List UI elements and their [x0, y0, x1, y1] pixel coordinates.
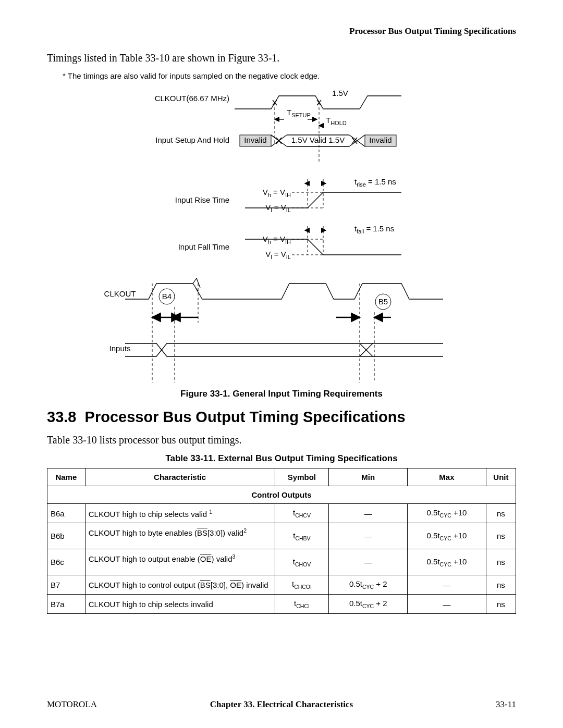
table-header-row: Name Characteristic Symbol Min Max Unit — [47, 468, 516, 486]
cell-max: — — [408, 595, 486, 614]
fall-label: Input Fall Time — [178, 242, 229, 251]
svg-text:trise = 1.5 ns: trise = 1.5 ns — [354, 177, 396, 188]
cell-name: B6a — [47, 504, 85, 523]
running-header: Processor Bus Output Timing Specificatio… — [47, 26, 516, 36]
cell-name: B7 — [47, 575, 85, 595]
inputs-label: Inputs — [109, 344, 131, 353]
invalid-right: Invalid — [369, 135, 391, 144]
svg-text:tfall = 1.5 ns: tfall = 1.5 ns — [354, 224, 394, 235]
cell-name: B6c — [47, 549, 85, 575]
table-section-row: Control Outputs — [47, 486, 516, 504]
b5-label: B5 — [378, 297, 388, 306]
cell-unit: ns — [486, 523, 516, 549]
cell-unit: ns — [486, 549, 516, 575]
svg-text:CLKOUT: CLKOUT — [104, 289, 136, 298]
section-intro: Table 33-10 lists processor bus output t… — [47, 434, 516, 446]
footer-center: Chapter 33. Electrical Characteristics — [47, 699, 516, 710]
clkout2-label: CLKOUT — [104, 289, 136, 298]
table-row: B7a CLKOUT high to chip selects invalid … — [47, 595, 516, 614]
cell-max: 0.5tCYC +10 — [408, 504, 486, 523]
svg-text:Inputs: Inputs — [109, 344, 131, 353]
cell-sym: tCHCV — [275, 504, 329, 523]
cell-max: — — [408, 575, 486, 595]
rise-label: Input Rise Time — [175, 195, 229, 204]
timing-table: Name Characteristic Symbol Min Max Unit … — [47, 468, 516, 614]
cell-min: — — [329, 549, 408, 575]
svg-text:Vl = VIL: Vl = VIL — [265, 203, 291, 213]
th-char: Characteristic — [85, 468, 275, 486]
cell-sym: tCHBV — [275, 523, 329, 549]
th-min: Min — [329, 468, 408, 486]
svg-text:Input Fall Time: Input Fall Time — [178, 242, 229, 251]
svg-text:Vh = VIH: Vh = VIH — [263, 188, 291, 198]
cell-sym: tCHCOI — [275, 575, 329, 595]
cell-char: CLKOUT high to chip selects valid 1 — [85, 504, 275, 523]
cell-unit: ns — [486, 504, 516, 523]
section-heading: 33.8 Processor Bus Output Timing Specifi… — [47, 409, 516, 426]
svg-text:Input Rise Time: Input Rise Time — [175, 195, 229, 204]
cell-char: CLKOUT high to output enable (OE) valid3 — [85, 549, 275, 575]
cell-name: B6b — [47, 523, 85, 549]
svg-text:Invalid: Invalid — [369, 135, 391, 144]
svg-text:Vh = VIH: Vh = VIH — [263, 235, 291, 245]
cell-min: 0.5tCYC + 2 — [329, 575, 408, 595]
invalid-left: Invalid — [244, 135, 266, 144]
cell-sym: tCHCI — [275, 595, 329, 614]
figure-caption: Figure 33-1. General Input Timing Requir… — [47, 389, 516, 399]
section-title: Processor Bus Output Timing Specificatio… — [85, 409, 406, 425]
th-sym: Symbol — [275, 468, 329, 486]
cell-unit: ns — [486, 575, 516, 595]
table-row: B6b CLKOUT high to byte enables (BS[3:0]… — [47, 523, 516, 549]
section-row-label: Control Outputs — [47, 486, 516, 504]
svg-text:1.5V: 1.5V — [332, 91, 348, 97]
table-row: B6a CLKOUT high to chip selects valid 1 … — [47, 504, 516, 523]
clkout-label: CLKOUT(66.67 MHz) — [155, 94, 229, 103]
table-row: B7 CLKOUT high to control output (BS[3:0… — [47, 575, 516, 595]
page-footer: MOTOROLA Chapter 33. Electrical Characte… — [47, 699, 516, 710]
setup-hold-label: Input Setup And Hold — [155, 135, 229, 144]
th-unit: Unit — [486, 468, 516, 486]
svg-text:1.5V  Valid  1.5V: 1.5V Valid 1.5V — [291, 135, 345, 144]
intro-paragraph: Timings listed in Table 33-10 are shown … — [47, 52, 516, 64]
svg-text:Vl = VIL: Vl = VIL — [265, 250, 291, 260]
svg-text:B5: B5 — [378, 297, 388, 306]
b4-label: B4 — [162, 292, 172, 301]
table-caption: Table 33-11. External Bus Output Timing … — [47, 453, 516, 464]
cell-name: B7a — [47, 595, 85, 614]
cell-max: 0.5tCYC +10 — [408, 549, 486, 575]
v15: 1.5V — [332, 91, 348, 97]
svg-text:TSETUP: TSETUP — [287, 108, 311, 118]
cell-max: 0.5tCYC +10 — [408, 523, 486, 549]
cell-min: — — [329, 504, 408, 523]
cell-char: CLKOUT high to control output (BS[3:0], … — [85, 575, 275, 595]
svg-text:B4: B4 — [162, 292, 172, 301]
svg-text:Invalid: Invalid — [244, 135, 266, 144]
svg-text:Input Setup And Hold: Input Setup And Hold — [155, 135, 229, 144]
table-row: B6c CLKOUT high to output enable (OE) va… — [47, 549, 516, 575]
th-name: Name — [47, 468, 85, 486]
th-max: Max — [408, 468, 486, 486]
cell-unit: ns — [486, 595, 516, 614]
cell-char: CLKOUT high to chip selects invalid — [85, 595, 275, 614]
svg-text:THOLD: THOLD — [326, 116, 347, 126]
svg-text:CLKOUT(66.67 MHz): CLKOUT(66.67 MHz) — [155, 94, 229, 103]
valid-label: 1.5V Valid 1.5V — [291, 135, 345, 144]
cell-char: CLKOUT high to byte enables (BS[3:0]) va… — [85, 523, 275, 549]
cell-min: — — [329, 523, 408, 549]
cell-sym: tCHOV — [275, 549, 329, 575]
cell-min: 0.5tCYC + 2 — [329, 595, 408, 614]
section-number: 33.8 — [47, 409, 76, 425]
footnote-star: * The timings are also valid for inputs … — [63, 71, 516, 80]
timing-diagram: .t { font: 15px Arial, Helvetica, sans-s… — [89, 91, 474, 382]
